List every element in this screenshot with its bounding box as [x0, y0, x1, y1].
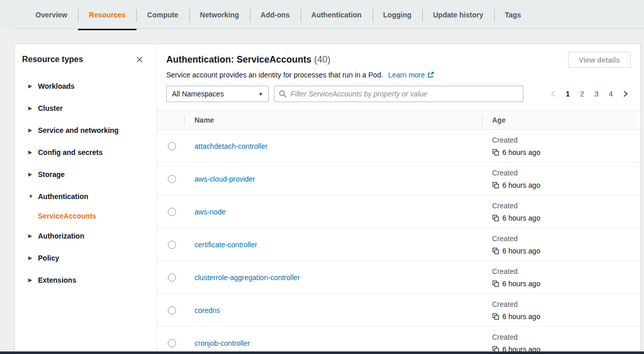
row-radio[interactable] [168, 339, 176, 347]
age-value-text: 6 hours ago [502, 279, 540, 289]
table-row: certificate-controller Created 6 hours a… [157, 228, 640, 261]
sidebar-title: Resource types [22, 55, 83, 64]
pagination: 1 2 3 4 [548, 86, 631, 102]
chevron-right-icon: ▶ [28, 128, 34, 133]
resource-types-sidebar: Resource types ▶ Workloads ▶ Cluster ▶ S… [15, 44, 157, 353]
view-details-button[interactable]: View details [568, 52, 631, 68]
sidebar-item-config-and-secrets[interactable]: ▶ Config and secrets [22, 141, 149, 163]
page-button-2[interactable]: 2 [577, 88, 587, 100]
page-button-4[interactable]: 4 [606, 88, 616, 100]
selection-column-header [157, 111, 184, 129]
table-row: clusterrole-aggregation-controller Creat… [157, 261, 640, 294]
caret-down-icon: ▼ [258, 91, 263, 97]
table-row: aws-node Created 6 hours ago [157, 195, 640, 228]
serviceaccount-link[interactable]: cronjob-controller [194, 339, 250, 347]
namespace-filter-value: All Namespaces [172, 90, 224, 98]
age-value-text: 6 hours ago [502, 213, 540, 223]
row-radio[interactable] [168, 208, 176, 216]
serviceaccount-link[interactable]: clusterrole-aggregation-controller [194, 273, 300, 282]
age-value-text: 6 hours ago [502, 147, 540, 158]
external-link-icon [427, 71, 434, 78]
column-header-age: Age [482, 111, 640, 129]
page-title: Authentication: ServiceAccounts (40) [166, 54, 631, 65]
sidebar-item-authorization[interactable]: ▶ Authorization [22, 225, 149, 247]
age-created-label: Created [492, 201, 640, 211]
sidebar-item-cluster[interactable]: ▶ Cluster [22, 97, 149, 119]
filter-search-input[interactable] [290, 90, 519, 98]
cluster-tabbar: Overview Resources Compute Networking Ad… [0, 0, 644, 29]
footer-bar [0, 351, 644, 354]
chevron-right-icon: ▶ [28, 255, 34, 261]
tab-resources[interactable]: Resources [78, 0, 136, 29]
row-radio[interactable] [168, 241, 176, 249]
serviceaccount-link[interactable]: coredns [194, 306, 220, 314]
sidebar-item-policy[interactable]: ▶ Policy [22, 247, 149, 269]
table-row: aws-cloud-provider Created 6 hours ago [157, 163, 640, 195]
table-row: coredns Created 6 hours ago [157, 294, 640, 327]
table-row: cronjob-controller Created 6 hours ago [157, 327, 640, 354]
namespace-filter-dropdown[interactable]: All Namespaces ▼ [166, 86, 269, 102]
learn-more-link[interactable]: Learn more [388, 71, 434, 79]
chevron-right-icon: ▶ [28, 278, 34, 283]
page-button-1[interactable]: 1 [563, 88, 573, 100]
serviceaccount-link[interactable]: aws-node [194, 208, 226, 216]
table-header-row: Name Age [157, 110, 640, 130]
copy-icon [492, 247, 499, 254]
chevron-right-icon [622, 90, 629, 97]
table-row: attachdetach-controller Created 6 hours … [157, 130, 640, 163]
age-value-text: 6 hours ago [502, 246, 540, 256]
tab-networking[interactable]: Networking [189, 0, 250, 29]
chevron-right-icon: ▶ [28, 150, 34, 155]
row-radio[interactable] [168, 142, 176, 150]
filter-search-box [274, 86, 523, 102]
serviceaccount-link[interactable]: attachdetach-controller [194, 142, 267, 150]
column-header-name: Name [184, 111, 482, 129]
resources-panel: Resource types ▶ Workloads ▶ Cluster ▶ S… [14, 44, 641, 354]
serviceaccount-link[interactable]: aws-cloud-provider [194, 175, 255, 183]
tab-logging[interactable]: Logging [373, 0, 422, 29]
close-sidebar-button[interactable] [134, 54, 145, 65]
eks-cluster-page: Overview Resources Compute Networking Ad… [0, 0, 644, 354]
tab-compute[interactable]: Compute [136, 0, 189, 29]
copy-icon [492, 182, 499, 189]
previous-page-button[interactable] [548, 88, 558, 100]
sidebar-item-workloads[interactable]: ▶ Workloads [22, 75, 149, 97]
chevron-right-icon: ▶ [28, 233, 34, 239]
serviceaccount-link[interactable]: certificate-controller [194, 241, 257, 249]
chevron-right-icon: ▶ [28, 84, 34, 89]
close-icon [135, 55, 144, 64]
chevron-right-icon: ▶ [28, 172, 34, 177]
sidebar-item-extensions[interactable]: ▶ Extensions [22, 269, 149, 291]
sidebar-item-service-and-networking[interactable]: ▶ Service and networking [22, 119, 149, 141]
tab-update-history[interactable]: Update history [422, 0, 494, 29]
page-button-3[interactable]: 3 [592, 88, 601, 100]
chevron-right-icon: ▶ [28, 106, 34, 111]
tab-authentication[interactable]: Authentication [301, 0, 373, 29]
age-created-label: Created [492, 299, 640, 309]
section-description: Service account provides an identity for… [166, 71, 631, 79]
serviceaccounts-section: Authentication: ServiceAccounts (40) Ser… [157, 44, 640, 353]
serviceaccounts-table: Name Age attachdetach-controller Created [157, 110, 640, 354]
sidebar-item-authentication[interactable]: ▼ Authentication [22, 185, 149, 207]
page-title-text: Authentication: ServiceAccounts [166, 54, 311, 65]
sidebar-item-storage[interactable]: ▶ Storage [22, 163, 149, 185]
resource-count: (40) [314, 54, 330, 65]
search-icon [279, 90, 287, 98]
tab-overview[interactable]: Overview [25, 0, 78, 29]
row-radio[interactable] [168, 175, 176, 183]
chevron-down-icon: ▼ [28, 194, 34, 199]
copy-icon [492, 280, 499, 287]
age-value-text: 6 hours ago [502, 180, 540, 190]
section-header: Authentication: ServiceAccounts (40) Ser… [157, 44, 640, 102]
next-page-button[interactable] [620, 88, 631, 100]
copy-icon [492, 149, 499, 156]
age-value-text: 6 hours ago [502, 311, 540, 322]
sidebar-header: Resource types [22, 44, 149, 75]
row-radio[interactable] [168, 306, 176, 314]
age-created-label: Created [492, 168, 640, 178]
tab-add-ons[interactable]: Add-ons [250, 0, 301, 29]
tab-tags[interactable]: Tags [494, 0, 532, 29]
sidebar-item-serviceaccounts[interactable]: ServiceAccounts [22, 207, 149, 225]
age-created-label: Created [492, 332, 640, 342]
row-radio[interactable] [168, 273, 176, 282]
